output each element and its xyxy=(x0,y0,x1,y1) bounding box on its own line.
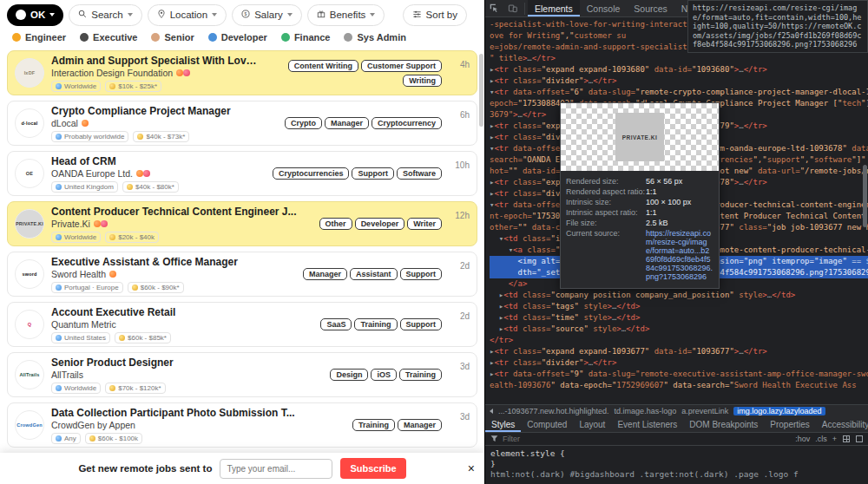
job-tag[interactable]: Support xyxy=(400,318,443,330)
panel-tab-dom-breakpoints[interactable]: DOM Breakpoints xyxy=(683,417,764,432)
search-dropdown[interactable]: Search xyxy=(69,4,141,26)
job-row[interactable]: PRIVATE.KI Content Producer Technical Co… xyxy=(7,201,477,246)
job-salary: $20k - $40k xyxy=(105,232,159,243)
matched-css-rule[interactable]: html:not(.dark) #bigdashboard .target:no… xyxy=(490,469,863,480)
money-icon xyxy=(109,385,115,391)
job-tag[interactable]: Manager xyxy=(398,419,442,431)
style-toggle[interactable]: + xyxy=(832,435,837,443)
style-toggle[interactable]: .cls xyxy=(815,435,827,443)
style-toggle[interactable]: :hov xyxy=(795,435,810,443)
job-tag[interactable]: Content Writing xyxy=(288,60,358,72)
email-input[interactable] xyxy=(220,459,332,479)
job-row[interactable]: Q Account Executive Retail Quantum Metri… xyxy=(7,302,477,347)
code-line[interactable]: ▸<tr class="expand expand-1093680" data-… xyxy=(490,64,868,75)
styles-panel-tabs: StylesComputedLayoutEvent ListenersDOM B… xyxy=(485,417,868,433)
panel-tab-properties[interactable]: Properties xyxy=(764,417,816,432)
panel-tab-accessibility[interactable]: Accessibility xyxy=(816,417,868,432)
filter-senior[interactable]: Senior xyxy=(151,32,194,43)
job-badges xyxy=(109,269,116,279)
devtools-scrollbar[interactable] xyxy=(863,165,867,227)
job-tag[interactable]: Training xyxy=(352,419,395,431)
job-tag[interactable]: Training xyxy=(354,318,397,330)
breadcrumb-item[interactable]: td.image.has-logo xyxy=(615,407,677,415)
job-tag[interactable]: Other xyxy=(319,218,352,230)
close-icon[interactable]: × xyxy=(468,462,475,474)
job-row[interactable]: sword Executive Assistant & Office Manag… xyxy=(7,252,477,297)
device-toolbar-icon[interactable] xyxy=(503,0,522,16)
job-tag[interactable]: Support xyxy=(352,167,394,180)
job-tag[interactable]: Developer xyxy=(355,218,405,230)
filter-executive[interactable]: Executive xyxy=(80,32,137,43)
code-line[interactable]: ▸<tr class="expand expand-1093677" data-… xyxy=(490,346,868,357)
job-row[interactable]: IxDF Admin and Support Specialist With L… xyxy=(7,50,477,95)
job-tag[interactable]: iOS xyxy=(371,369,397,381)
sort-by-button[interactable]: Sort by xyxy=(403,4,467,26)
job-tag[interactable]: Assistant xyxy=(350,268,398,280)
code-line[interactable]: ▸<td class="source" style>…</td> xyxy=(490,324,868,335)
element-style-rule[interactable]: element.style { xyxy=(490,448,863,459)
subscribe-button[interactable]: Subscribe xyxy=(340,458,405,479)
panel-tab-event-listeners[interactable]: Event Listeners xyxy=(611,417,683,432)
code-line[interactable]: ▸<td class="company position company_and… xyxy=(490,290,868,301)
benefits-dropdown[interactable]: Benefits xyxy=(307,4,385,26)
job-tag[interactable]: Software xyxy=(397,167,442,180)
code-line[interactable]: ▸<tr class="divider">…</tr> xyxy=(490,357,868,369)
layout-grid-icon[interactable] xyxy=(843,435,850,442)
filter-finance[interactable]: Finance xyxy=(281,32,331,43)
breadcrumb-item[interactable]: ...-1093677.new.hot.highlighted. xyxy=(498,407,609,415)
job-tag[interactable]: Manager xyxy=(303,268,347,280)
job-tag[interactable]: Support xyxy=(400,268,443,280)
job-tag[interactable]: Customer Support xyxy=(361,60,442,72)
job-tag[interactable]: Design xyxy=(330,369,368,381)
devtools-tab-elements[interactable]: Elements xyxy=(528,0,580,16)
remoteok-logo[interactable]: OK xyxy=(7,4,63,26)
job-tag[interactable]: Writing xyxy=(403,75,442,87)
code-line[interactable]: " title>…</tr> xyxy=(490,53,868,64)
job-row[interactable]: CrowdGen Data Collection Participant Pho… xyxy=(7,402,477,448)
job-info: Head of CRM OANDA Europe Ltd. United Kin… xyxy=(51,155,266,193)
filter-developer[interactable]: Developer xyxy=(208,32,267,43)
inspect-element-icon[interactable] xyxy=(485,0,503,16)
panel-tab-layout[interactable]: Layout xyxy=(573,417,611,432)
job-row[interactable]: d·local Crypto Compliance Project Manage… xyxy=(7,101,477,146)
code-line[interactable]: ▸<td class="tags" style>…</td> xyxy=(490,301,868,312)
job-tag[interactable]: Manager xyxy=(325,117,369,129)
page-scrollbar[interactable] xyxy=(479,54,483,127)
code-line[interactable]: ▸<tr data-offset="9" data-slug="remote-e… xyxy=(490,369,868,380)
breadcrumb-item[interactable]: img.logo.lazy.lazyloaded xyxy=(733,407,825,415)
job-tag[interactable]: Writer xyxy=(407,218,442,230)
globe-icon xyxy=(56,234,62,240)
computed-panel-icon[interactable] xyxy=(856,435,863,442)
job-tags: SaaSTrainingSupport xyxy=(320,318,442,330)
filter-sys-admin[interactable]: Sys Admin xyxy=(344,32,405,43)
salary-dropdown[interactable]: $ Salary xyxy=(232,4,302,26)
job-tag[interactable]: Cryptocurrencies xyxy=(273,167,350,180)
code-line[interactable]: ▸<tr class="divider">…</tr> xyxy=(490,75,868,87)
filter-emoji-icon xyxy=(12,33,21,42)
filter-engineer[interactable]: Engineer xyxy=(12,32,66,43)
breadcrumb-scroll-left-icon[interactable] xyxy=(490,409,493,414)
code-line[interactable]: ▸<td class="time" style>…</td> xyxy=(490,312,868,324)
job-row[interactable]: AllTrails Senior Product Designer AllTra… xyxy=(7,352,477,397)
styles-filter-input[interactable] xyxy=(503,435,598,443)
job-tag[interactable]: SaaS xyxy=(320,318,352,330)
job-posted-time: 3d xyxy=(449,412,470,422)
job-location: Any xyxy=(51,433,81,444)
code-line[interactable]: ealth-1093676" data-epoch="1752969607" d… xyxy=(490,380,868,391)
code-line[interactable]: ▾<tr data-offset="6" data-slug="remote-c… xyxy=(490,87,868,98)
job-tag[interactable]: Crypto xyxy=(285,117,322,129)
breadcrumb-item[interactable]: a.preventLink xyxy=(681,407,728,415)
job-tag[interactable]: Training xyxy=(399,369,442,381)
company-name: Sword Health xyxy=(51,269,106,279)
code-line[interactable]: </tr> xyxy=(490,335,868,346)
devtools-tab-sources[interactable]: Sources xyxy=(627,0,674,16)
panel-tab-styles[interactable]: Styles xyxy=(485,417,521,432)
globe-icon xyxy=(56,184,62,190)
money-icon xyxy=(109,83,115,89)
filter-funnel-icon xyxy=(490,435,498,444)
job-row[interactable]: OE Head of CRM OANDA Europe Ltd. United … xyxy=(7,151,477,196)
job-tag[interactable]: Cryptocurrency xyxy=(372,117,442,129)
panel-tab-computed[interactable]: Computed xyxy=(521,417,573,432)
devtools-tab-console[interactable]: Console xyxy=(580,0,628,16)
location-dropdown[interactable]: Location xyxy=(148,4,227,26)
